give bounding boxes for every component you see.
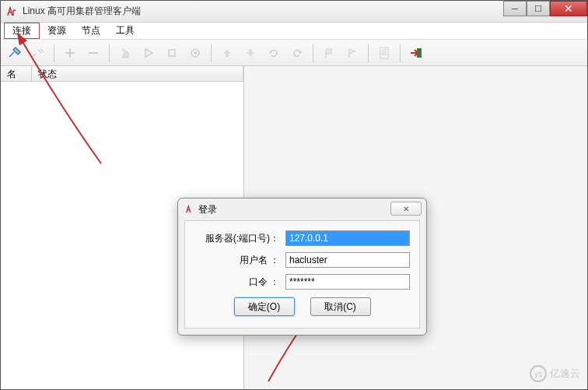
watermark-text: 亿速云 bbox=[550, 367, 580, 381]
svg-rect-0 bbox=[169, 50, 175, 56]
username-input[interactable] bbox=[285, 252, 410, 268]
tool-flag1-icon[interactable] bbox=[318, 42, 340, 64]
tool-disconnect-icon[interactable] bbox=[27, 42, 49, 64]
maximize-button[interactable]: ☐ bbox=[527, 1, 550, 16]
password-label: 口令 ： bbox=[194, 276, 285, 289]
tool-add-icon[interactable] bbox=[59, 42, 81, 64]
tool-down-icon[interactable] bbox=[240, 42, 261, 64]
dialog-body: 服务器(:端口号)： 用户名 ： 口令 ： 确定(O) 取消(C) bbox=[184, 220, 420, 329]
server-input[interactable] bbox=[285, 230, 410, 246]
tool-connect-icon[interactable] bbox=[4, 42, 26, 64]
dialog-app-icon bbox=[184, 204, 195, 215]
window-title: Linux 高可用集群管理客户端 bbox=[23, 5, 141, 18]
username-row: 用户名 ： bbox=[194, 252, 410, 268]
dialog-buttons: 确定(O) 取消(C) bbox=[194, 297, 410, 316]
toolbar-separator bbox=[211, 44, 212, 62]
col-name[interactable]: 名称 bbox=[1, 66, 32, 81]
watermark: ys 亿速云 bbox=[530, 365, 580, 382]
dialog-close-button[interactable]: ✕ bbox=[390, 202, 422, 216]
menubar: 连接 资源 节点 工具 bbox=[1, 23, 587, 40]
svg-point-2 bbox=[194, 51, 197, 54]
window-controls: ─ ☐ ✕ bbox=[503, 1, 587, 16]
tool-exit-icon[interactable] bbox=[405, 42, 427, 64]
username-label: 用户名 ： bbox=[194, 254, 285, 267]
tool-up-icon[interactable] bbox=[216, 42, 238, 64]
server-row: 服务器(:端口号)： bbox=[194, 230, 410, 246]
list-header: 名称 状态 bbox=[1, 66, 243, 82]
menu-resource[interactable]: 资源 bbox=[40, 23, 74, 39]
menu-connect[interactable]: 连接 bbox=[4, 23, 40, 39]
col-status[interactable]: 状态 bbox=[32, 66, 243, 81]
svg-rect-3 bbox=[380, 47, 388, 58]
dialog-titlebar[interactable]: 登录 ✕ bbox=[178, 199, 426, 220]
toolbar-separator bbox=[400, 44, 401, 62]
tool-start-icon[interactable] bbox=[138, 42, 159, 64]
toolbar bbox=[1, 40, 587, 66]
close-button[interactable]: ✕ bbox=[550, 1, 587, 16]
ok-button[interactable]: 确定(O) bbox=[234, 297, 295, 316]
toolbar-separator bbox=[313, 44, 313, 62]
dialog-title: 登录 bbox=[198, 203, 217, 216]
toolbar-separator bbox=[54, 44, 54, 62]
minimize-button[interactable]: ─ bbox=[503, 1, 527, 16]
cancel-button[interactable]: 取消(C) bbox=[310, 297, 371, 316]
login-dialog: 登录 ✕ 服务器(:端口号)： 用户名 ： 口令 ： 确定(O) 取消(C) bbox=[177, 198, 427, 336]
tool-settings-icon[interactable] bbox=[184, 42, 206, 64]
password-input[interactable] bbox=[285, 274, 410, 290]
toolbar-separator bbox=[109, 44, 110, 62]
app-icon bbox=[5, 5, 18, 18]
tool-stop-icon[interactable] bbox=[161, 42, 183, 64]
tool-cleanup-icon[interactable] bbox=[114, 42, 136, 64]
titlebar: Linux 高可用集群管理客户端 ─ ☐ ✕ bbox=[1, 1, 587, 23]
tool-flag2-icon[interactable] bbox=[341, 42, 363, 64]
tool-undo-icon[interactable] bbox=[286, 42, 308, 64]
server-label: 服务器(:端口号)： bbox=[194, 232, 285, 245]
watermark-icon: ys bbox=[530, 365, 547, 382]
tool-remove-icon[interactable] bbox=[82, 42, 104, 64]
toolbar-separator bbox=[368, 44, 369, 62]
menu-node[interactable]: 节点 bbox=[74, 23, 108, 39]
tool-refresh-icon[interactable] bbox=[263, 42, 285, 64]
tool-document-icon[interactable] bbox=[373, 42, 395, 64]
menu-tool[interactable]: 工具 bbox=[108, 23, 142, 39]
password-row: 口令 ： bbox=[194, 274, 410, 290]
